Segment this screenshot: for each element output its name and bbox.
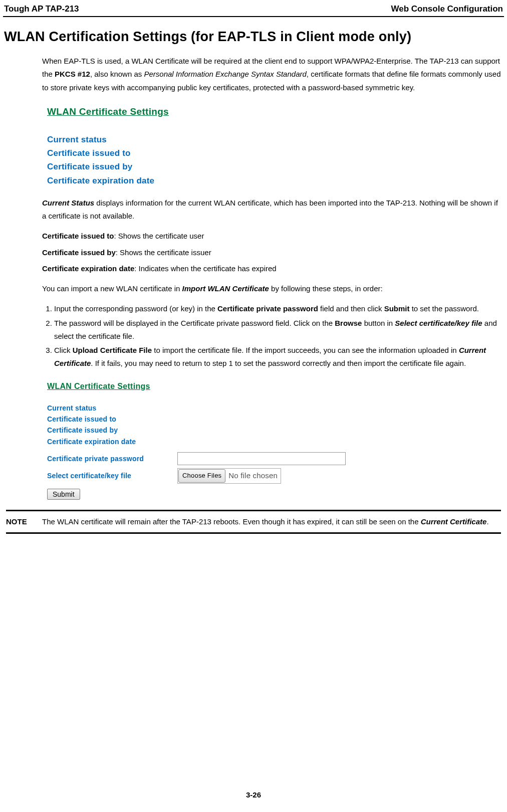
header-right: Web Console Configuration bbox=[391, 4, 503, 14]
step-3: Click Upload Certificate File to import … bbox=[54, 344, 501, 370]
step-1: Input the corresponding password (or key… bbox=[54, 302, 501, 315]
sc-row: Certificate issued to bbox=[47, 414, 428, 425]
wlan-cert-screenshot-1: WLAN Certificate Settings Current status… bbox=[47, 103, 428, 187]
screenshot-title: WLAN Certificate Settings bbox=[47, 103, 169, 120]
cert-issued-to-desc: Certificate issued to: Shows the certifi… bbox=[42, 230, 501, 243]
step-2: The password will be displayed in the Ce… bbox=[54, 317, 501, 343]
sc-row: Current status bbox=[47, 133, 428, 146]
current-status-desc: Current Status displays information for … bbox=[42, 196, 501, 223]
submit-button[interactable]: Submit bbox=[47, 489, 80, 500]
header-left: Tough AP TAP-213 bbox=[4, 4, 79, 14]
no-file-chosen-text: No file chosen bbox=[228, 470, 278, 482]
cert-expiration-desc: Certificate expiration date: Indicates w… bbox=[42, 262, 501, 275]
sc-row: Certificate issued by bbox=[47, 425, 428, 436]
import-steps-list: Input the corresponding password (or key… bbox=[42, 302, 501, 370]
page-title: WLAN Certification Settings (for EAP-TLS… bbox=[3, 29, 504, 45]
page-number: 3-26 bbox=[0, 790, 507, 799]
file-chooser[interactable]: Choose Files No file chosen bbox=[177, 468, 281, 484]
cert-password-row: Certificate private password bbox=[47, 452, 428, 465]
choose-files-button[interactable]: Choose Files bbox=[178, 469, 225, 483]
screenshot-title: WLAN Certificate Settings bbox=[47, 379, 150, 393]
import-intro: You can import a new WLAN certificate in… bbox=[42, 282, 501, 295]
sc-row: Current status bbox=[47, 402, 428, 414]
page-header: Tough AP TAP-213 Web Console Configurati… bbox=[3, 4, 504, 16]
cert-password-label: Certificate private password bbox=[47, 453, 177, 464]
select-file-row: Select certificate/key file Choose Files… bbox=[47, 468, 428, 484]
sc-row: Certificate expiration date bbox=[47, 436, 428, 447]
header-rule bbox=[3, 16, 504, 17]
wlan-cert-screenshot-2: WLAN Certificate Settings Current status… bbox=[47, 379, 428, 501]
note-label: NOTE bbox=[6, 515, 42, 528]
select-file-label: Select certificate/key file bbox=[47, 470, 177, 481]
sc-row: Certificate expiration date bbox=[47, 174, 428, 187]
sc-row: Certificate issued to bbox=[47, 146, 428, 160]
cert-password-input[interactable] bbox=[177, 452, 346, 465]
cert-issued-by-desc: Certificate issued by: Shows the certifi… bbox=[42, 246, 501, 259]
sc-row: Certificate issued by bbox=[47, 160, 428, 173]
note-text: The WLAN certificate will remain after t… bbox=[42, 515, 501, 528]
note-block: NOTE The WLAN certificate will remain af… bbox=[6, 510, 501, 534]
intro-paragraph: When EAP-TLS is used, a WLAN Certificate… bbox=[42, 55, 501, 94]
